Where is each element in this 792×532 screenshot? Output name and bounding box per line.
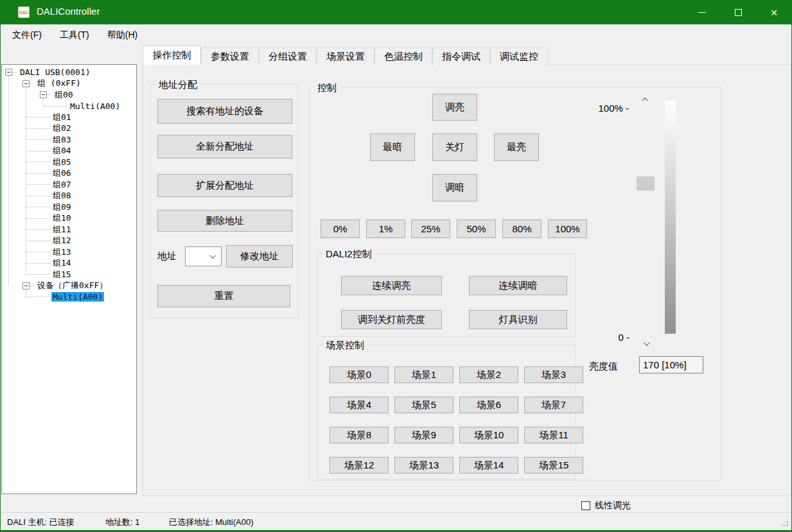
tab-scene-settings[interactable]: 场景设置: [317, 47, 374, 65]
tree-item-group15[interactable]: 组15: [2, 269, 136, 280]
scene-1-button[interactable]: 场景1: [394, 366, 453, 383]
darken-button[interactable]: 调暗: [432, 174, 477, 202]
tree-item-group14[interactable]: 组14: [2, 258, 136, 270]
chevron-down-icon: [209, 252, 216, 259]
address-count: 地址数: 1: [105, 517, 139, 528]
goto-last-level-button[interactable]: 调到关灯前亮度: [341, 310, 442, 329]
window-title: DALIController: [37, 6, 100, 17]
percent-0-button[interactable]: 0%: [321, 219, 360, 238]
tab-command-debug[interactable]: 指令调试: [432, 47, 490, 65]
scene-14-button[interactable]: 场景14: [459, 457, 518, 474]
scene-4-button[interactable]: 场景4: [330, 397, 389, 413]
menu-tools[interactable]: 工具(T): [60, 30, 89, 41]
scene-13-button[interactable]: 场景13: [394, 457, 453, 474]
tree-item-dali-usb[interactable]: DALI USB(0001): [2, 67, 136, 78]
delete-address-button[interactable]: 删除地址: [157, 210, 292, 232]
close-button[interactable]: ×: [756, 0, 792, 24]
tree-item-group06[interactable]: 组06: [2, 168, 136, 180]
tree-item-group02[interactable]: 组02: [2, 123, 136, 135]
percent-80-button[interactable]: 80%: [502, 219, 541, 238]
menu-help[interactable]: 帮助(H): [107, 30, 137, 41]
scene-15-button[interactable]: 场景15: [524, 457, 583, 474]
tree-item-group13[interactable]: 组13: [2, 246, 136, 258]
scene-11-button[interactable]: 场景11: [524, 427, 583, 443]
search-addressed-devices-button[interactable]: 搜索有地址的设备: [157, 99, 292, 124]
brightness-gradient-bar: [665, 101, 676, 334]
scene-0-button[interactable]: 场景0: [330, 366, 389, 383]
app-icon: DALI: [18, 6, 30, 18]
scroll-down-button[interactable]: [637, 338, 655, 349]
scene-9-button[interactable]: 场景9: [394, 427, 453, 443]
resize-grip-icon[interactable]: [780, 518, 789, 527]
modify-address-button[interactable]: 修改地址: [226, 245, 293, 268]
tree-item-group00[interactable]: 组00: [2, 89, 136, 101]
scrollbar-thumb[interactable]: [637, 176, 655, 191]
collapse-icon[interactable]: [22, 80, 30, 87]
brightness-scrollbar[interactable]: [637, 94, 655, 349]
tree-item-group05[interactable]: 组05: [2, 157, 136, 168]
scene-5-button[interactable]: 场景5: [394, 397, 453, 413]
host-status: DALI 主机: 已连接: [7, 517, 75, 528]
brighten-button[interactable]: 调亮: [432, 94, 477, 121]
continuous-brighten-button[interactable]: 连续调亮: [341, 276, 442, 295]
tree-item-group12[interactable]: 组12: [2, 236, 136, 247]
chevron-down-icon: [643, 339, 649, 346]
linear-dimming-option: 线性调光: [581, 500, 631, 511]
tree-item-group01[interactable]: 组01: [2, 112, 136, 123]
scene-7-button[interactable]: 场景7: [524, 397, 583, 413]
lamp-off-button[interactable]: 关灯: [432, 133, 477, 161]
tab-color-temp-control[interactable]: 色温控制: [374, 47, 432, 65]
percent-1-button[interactable]: 1%: [366, 219, 405, 238]
tree-item-group08[interactable]: 组08: [2, 191, 136, 202]
tree-item-device-broadcast[interactable]: 设备（广播0xFF）: [2, 280, 136, 292]
brightness-value-box[interactable]: 170 [10%]: [639, 356, 703, 373]
collapse-icon[interactable]: [22, 282, 30, 289]
tree-item-group03[interactable]: 组03: [2, 134, 136, 146]
maximize-button[interactable]: [720, 0, 756, 24]
percent-100-button[interactable]: 100%: [548, 219, 587, 238]
reset-button[interactable]: 重置: [157, 285, 290, 307]
tree-item-multi-a00-selected[interactable]: Multi(A00): [2, 291, 136, 303]
scene-6-button[interactable]: 场景6: [459, 397, 518, 413]
tab-parameter-settings[interactable]: 参数设置: [201, 47, 259, 65]
percent-25-button[interactable]: 25%: [411, 219, 450, 238]
tab-group-settings[interactable]: 分组设置: [259, 47, 317, 65]
scene-12-button[interactable]: 场景12: [330, 457, 389, 474]
address-label: 地址: [157, 250, 177, 262]
linear-dimming-checkbox[interactable]: [581, 501, 590, 510]
continuous-darken-button[interactable]: 连续调暗: [469, 276, 567, 295]
group-title: 地址分配: [156, 79, 200, 91]
brightness-value-label: 亮度值: [589, 361, 618, 373]
tree-item-group09[interactable]: 组09: [2, 202, 136, 213]
tab-operation-control[interactable]: 操作控制: [143, 46, 201, 65]
linear-dimming-label: 线性调光: [595, 500, 631, 511]
tree-item-group11[interactable]: 组11: [2, 224, 136, 236]
lamp-identify-button[interactable]: 灯具识别: [469, 310, 567, 329]
min-brightness-button[interactable]: 最暗: [370, 133, 415, 161]
scene-10-button[interactable]: 场景10: [459, 427, 518, 443]
tree-item-multi-a00[interactable]: Multi(A00): [2, 101, 136, 112]
extend-assign-address-button[interactable]: 扩展分配地址: [157, 174, 292, 197]
collapse-icon[interactable]: [5, 69, 12, 76]
scene-8-button[interactable]: 场景8: [330, 427, 389, 443]
minimize-button[interactable]: [684, 0, 720, 24]
tab-debug-monitor[interactable]: 调试监控: [490, 47, 548, 65]
tabpage-operation-control: 地址分配 搜索有地址的设备 全新分配地址 扩展分配地址 删除地址 地址 修改地址…: [143, 64, 791, 496]
scroll-up-button[interactable]: [637, 94, 655, 105]
minimize-icon: [698, 12, 706, 13]
tree-item-group04[interactable]: 组04: [2, 146, 136, 157]
tree-item-group-broadcast[interactable]: 组 (0xFF): [2, 78, 136, 90]
scale-max-label: 100% -: [586, 103, 629, 114]
tree-item-group10[interactable]: 组10: [2, 213, 136, 225]
max-brightness-button[interactable]: 最亮: [494, 133, 539, 161]
address-assignment-group: 地址分配 搜索有地址的设备 全新分配地址 扩展分配地址 删除地址 地址 修改地址…: [150, 84, 298, 318]
collapse-icon[interactable]: [40, 91, 47, 98]
address-combobox[interactable]: [185, 246, 222, 266]
scene-3-button[interactable]: 场景3: [524, 366, 583, 383]
menubar: 文件(F) 工具(T) 帮助(H): [1, 24, 791, 46]
assign-new-address-button[interactable]: 全新分配地址: [157, 135, 292, 159]
percent-50-button[interactable]: 50%: [457, 219, 496, 238]
scene-2-button[interactable]: 场景2: [459, 366, 518, 383]
menu-file[interactable]: 文件(F): [12, 30, 42, 41]
tree-item-group07[interactable]: 组07: [2, 179, 136, 191]
